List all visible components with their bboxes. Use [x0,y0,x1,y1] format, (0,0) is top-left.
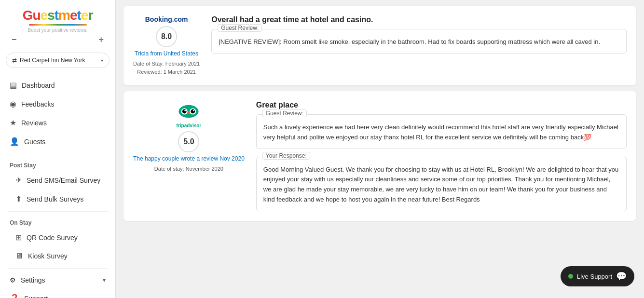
support-icon: ❓ [10,294,19,298]
sidebar-item-dashboard[interactable]: ▤ Dashboard [0,76,115,95]
svg-point-6 [193,110,194,111]
logo-tagline: Boost your positive reviews. [8,27,108,33]
sidebar-item-label-qr: QR Code Survey [27,234,78,242]
nav-divider-2 [8,211,108,212]
hotel-icon: ⇄ [12,57,17,64]
svg-point-7 [187,112,190,114]
sidebar-item-label-support: Support [24,295,48,298]
live-support-button[interactable]: Live Support 💬 [561,266,634,286]
live-support-dot [568,274,573,279]
review-title-1: Overall had a great time at hotel and ca… [211,15,627,24]
hotel-selector-chevron: ▾ [101,58,103,63]
sidebar-nav: ▤ Dashboard ◉ Feedbacks ★ Reviews 👤 Gues… [0,72,115,298]
send-sms-icon: ✈ [15,176,22,185]
svg-point-2 [182,109,187,114]
review-score-2: 5.0 [178,131,199,152]
review-card-2: tripadvisor 5.0 The happy couple wrote a… [123,91,636,221]
sidebar-item-bulk-surveys[interactable]: ⬆ Send Bulk Surveys [0,190,115,208]
guest-review-text-1: [NEGATIVE REVIEW]: Room smelt like smoke… [212,29,626,53]
review-score-1: 8.0 [156,26,177,47]
bulk-surveys-icon: ⬆ [15,194,22,203]
sidebar-item-settings[interactable]: ⚙ Settings ▾ [0,271,115,289]
review-guest-box-1: Guest Review: [NEGATIVE REVIEW]: Room sm… [211,29,627,54]
review-meta-1: Date of Stay: February 2021 Reviewed: 1 … [133,60,200,76]
guest-review-label-2: Guest Review: [262,109,307,117]
logo: Guestmeter [8,8,108,26]
review-body-2: Great place Guest Review: Such a lovely … [256,101,627,211]
sidebar-item-label-reviews: Reviews [21,119,47,127]
sidebar-item-guests[interactable]: 👤 Guests [0,132,115,151]
review-source-2: tripadvisor 5.0 The happy couple wrote a… [133,101,245,211]
sidebar-item-feedbacks[interactable]: ◉ Feedbacks [0,95,115,113]
review-meta-2: Date of stay: November 2020 [154,165,223,173]
kiosk-survey-icon: 🖥 [15,252,23,260]
svg-point-3 [185,110,186,111]
date-of-stay-2: Date of stay: November 2020 [154,165,223,173]
settings-icon: ⚙ [10,276,16,284]
nav-divider-3 [8,268,108,269]
sidebar: Guestmeter Boost your positive reviews. … [0,0,116,298]
sidebar-item-label-kiosk: Kiosk Survey [28,252,68,260]
review-card-1: Booking.com 8.0 Tricia from United State… [123,6,636,85]
reviewer-name-2: The happy couple wrote a review Nov 2020 [133,155,245,162]
your-response-label-2: Your Response: [262,152,310,160]
sidebar-item-send-sms[interactable]: ✈ Send SMS/Email Survey [0,171,115,190]
sidebar-item-label-feedbacks: Feedbacks [21,100,54,108]
qr-survey-icon: ⊞ [15,233,22,242]
sidebar-item-qr-survey[interactable]: ⊞ QR Code Survey [0,228,115,247]
logo-area: Guestmeter Boost your positive reviews. … [0,0,115,49]
tripadvisor-owl-icon [178,101,199,122]
tripadvisor-logo: tripadvisor [177,101,202,128]
booking-logo: Booking.com [145,15,188,23]
guest-review-text-2: Such a lovely experience we had here ver… [257,115,626,149]
logo-controls: − + [8,35,108,45]
on-stay-label: On Stay [0,215,115,228]
post-stay-label: Post Stay [0,157,115,171]
reviewer-name-1: Tricia from United States [135,50,198,57]
hotel-name: Red Carpet Inn New York [20,57,85,64]
review-title-2: Great place [256,101,627,109]
dashboard-icon: ▤ [10,81,17,90]
svg-point-5 [191,109,195,114]
sidebar-item-label-bulk: Send Bulk Surveys [27,195,83,203]
reviewed-date-1: Reviewed: 1 March 2021 [133,68,200,76]
reviews-icon: ★ [10,118,16,127]
sidebar-item-reviews[interactable]: ★ Reviews [0,113,115,132]
nav-divider-1 [8,154,108,154]
main-content: Booking.com 8.0 Tricia from United State… [116,0,644,298]
guests-icon: 👤 [10,137,19,146]
review-body-1: Overall had a great time at hotel and ca… [211,15,627,76]
sidebar-item-support[interactable]: ❓ Support [0,289,115,298]
live-support-label: Live Support [577,273,612,280]
review-response-box-2: Your Response: Good Morning Valued Guest… [256,157,627,211]
feedbacks-icon: ◉ [10,99,16,108]
review-guest-box-2: Guest Review: Such a lovely experience w… [256,114,627,149]
logo-plus-button[interactable]: + [98,35,104,45]
sidebar-item-label-dashboard: Dashboard [22,81,55,89]
hotel-selector[interactable]: ⇄ Red Carpet Inn New York ▾ [6,53,110,68]
sidebar-item-label-sms: Send SMS/Email Survey [27,176,100,184]
guest-review-label-1: Guest Review: [218,24,262,32]
date-of-stay-1: Date of Stay: February 2021 [133,60,200,68]
review-source-1: Booking.com 8.0 Tricia from United State… [133,15,200,76]
logo-minus-button[interactable]: − [12,35,17,45]
logo-underline [29,24,87,26]
live-support-chat-icon: 💬 [616,271,627,282]
sidebar-item-label-settings: Settings [21,276,103,284]
tripadvisor-name: tripadvisor [177,123,202,128]
sidebar-item-kiosk-survey[interactable]: 🖥 Kiosk Survey [0,247,115,265]
your-response-text-2: Good Morning Valued Guest, We thank you … [257,157,626,211]
settings-chevron-icon: ▾ [103,277,106,284]
sidebar-item-label-guests: Guests [24,138,45,146]
